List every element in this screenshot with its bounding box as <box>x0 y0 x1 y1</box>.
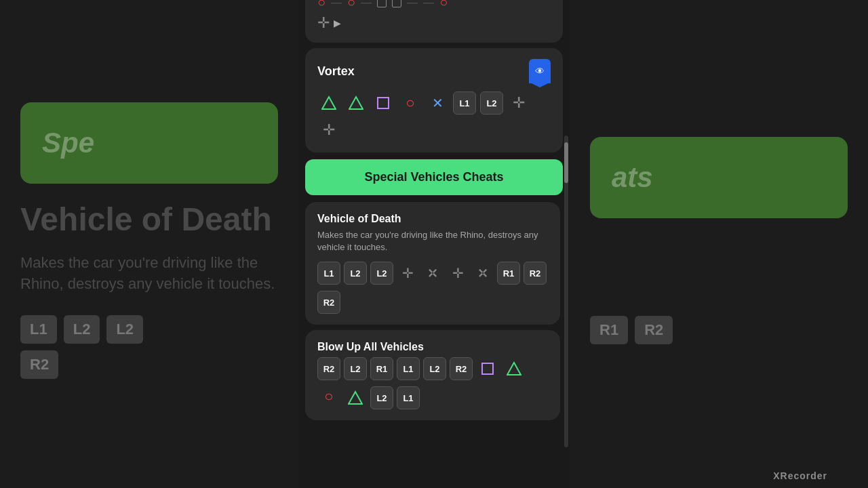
vod-btn-r2b: R2 <box>317 291 340 314</box>
blow-up-buttons: R2 L2 R1 L1 L2 R2 ○ L <box>317 357 548 409</box>
btn-l1: L1 <box>453 92 476 115</box>
vortex-card: Vortex 👁 ○ ✕ L1 L2 <box>305 48 563 152</box>
bottom-spacer <box>305 426 560 439</box>
bu-btn-triangle <box>502 357 526 380</box>
bg-buttons-row-right: R1 R2 <box>590 316 848 344</box>
vod-btn-l1: L1 <box>317 262 340 285</box>
bg-green-banner-right: ats <box>590 137 848 218</box>
vod-dpad-3: ✛ <box>447 262 469 284</box>
top-dash: — <box>331 0 342 9</box>
vehicle-of-death-buttons: L1 L2 L2 ✛ ✛ ✛ ✛ R1 R2 R2 <box>317 262 548 314</box>
vod-btn-l2a: L2 <box>344 262 367 285</box>
bg-btn-r2: R2 <box>20 350 58 379</box>
bu-btn-r2b: R2 <box>450 357 473 380</box>
bg-btn-l2b: L2 <box>106 315 143 344</box>
section-header-text: Special Vehicles Cheats <box>364 170 503 184</box>
bg-buttons-row2: R2 <box>20 350 278 379</box>
bg-buttons-row: L1 L2 L2 <box>20 315 278 344</box>
vortex-card-header: Vortex 👁 <box>317 59 551 83</box>
top-dash4: — <box>423 0 434 9</box>
section-header-button[interactable]: Special Vehicles Cheats <box>305 159 563 195</box>
bg-btn-r2-right: R2 <box>635 316 673 344</box>
bg-btn-l2: L2 <box>64 315 100 344</box>
svg-rect-3 <box>482 363 493 374</box>
vod-btn-r1: R1 <box>497 262 520 285</box>
eye-icon: 👁 <box>535 66 545 77</box>
bg-btn-r1-right: R1 <box>590 316 628 344</box>
bu-btn-l1b: L1 <box>397 386 420 409</box>
bookmark-button[interactable]: 👁 <box>529 59 551 83</box>
scrollbar-thumb[interactable] <box>564 142 568 183</box>
top-circle-red: ○ <box>317 0 326 10</box>
bg-green-banner: Spe <box>20 102 278 184</box>
bu-btn-l1: L1 <box>397 357 420 380</box>
btn-dpad-2: ✛ <box>317 119 340 142</box>
btn-triangle-1 <box>317 92 340 115</box>
btn-dpad-1: ✛ <box>507 92 530 115</box>
top-dpad: ✛ <box>317 14 330 32</box>
blow-up-card: Blow Up All Vehicles R2 L2 R1 L1 L2 R2 ○ <box>305 330 560 420</box>
bu-btn-r1: R1 <box>370 357 393 380</box>
top-sq-small <box>377 0 387 7</box>
center-panel: ○ — ○ — — — ○ ✛ ▶ Vortex 👁 <box>298 0 570 488</box>
bu-btn-l2c: L2 <box>370 386 393 409</box>
vod-dpad-1: ✛ <box>397 262 418 284</box>
top-circle3: ○ <box>439 0 448 10</box>
blow-up-title: Blow Up All Vehicles <box>317 341 548 353</box>
top-dash3: — <box>407 0 418 9</box>
bg-vehicle-death-title: Vehicle of Death <box>20 200 278 239</box>
background-right: ats R1 R2 <box>570 0 868 488</box>
vod-btn-l2b: L2 <box>370 262 393 285</box>
vod-dpad-4: ✛ <box>467 258 498 289</box>
btn-l2: L2 <box>480 92 503 115</box>
svg-marker-1 <box>349 97 363 109</box>
svg-rect-2 <box>378 98 389 108</box>
bg-banner-text-left: Spe <box>42 127 94 159</box>
bu-btn-circle: ○ <box>317 385 340 408</box>
background-left: Spe Vehicle of Death Makes the car you'r… <box>0 0 298 488</box>
vehicle-of-death-card: Vehicle of Death Makes the car you're dr… <box>305 202 560 325</box>
top-cursor: ▶ <box>334 18 341 28</box>
btn-square <box>372 92 395 115</box>
svg-marker-4 <box>507 363 521 375</box>
btn-triangle-2 <box>344 92 368 115</box>
vod-btn-r2: R2 <box>524 262 547 285</box>
top-clipped-card: ○ — ○ — — — ○ ✛ ▶ <box>305 0 563 43</box>
top-sq-small2 <box>392 0 401 7</box>
btn-cross: ✕ <box>426 92 449 115</box>
bu-btn-l2: L2 <box>344 357 367 380</box>
vod-dpad-2: ✛ <box>417 258 448 289</box>
bg-banner-text-right: ats <box>612 161 653 194</box>
top-circle2: ○ <box>347 0 355 10</box>
svg-marker-5 <box>349 392 362 404</box>
bg-description: Makes the car you're driving like the Rh… <box>20 253 278 295</box>
scrollbar-track <box>564 136 568 447</box>
bu-btn-l2b: L2 <box>423 357 446 380</box>
xrecorder-watermark: XRecorder <box>773 470 827 481</box>
bu-btn-square <box>476 357 499 380</box>
cheat-scroll-area[interactable]: Vehicle of Death Makes the car you're dr… <box>305 202 563 488</box>
vortex-title: Vortex <box>317 64 355 79</box>
bu-btn-r2: R2 <box>317 357 340 380</box>
top-dash2: — <box>361 0 372 9</box>
vehicle-of-death-title: Vehicle of Death <box>317 213 548 225</box>
btn-circle: ○ <box>399 92 422 115</box>
bg-btn-l1: L1 <box>20 315 57 344</box>
vehicle-of-death-desc: Makes the car you're driving like the Rh… <box>317 229 548 253</box>
bu-btn-triangle2 <box>344 386 367 409</box>
svg-marker-0 <box>322 97 336 109</box>
vortex-buttons: ○ ✕ L1 L2 ✛ ✛ <box>317 92 551 142</box>
